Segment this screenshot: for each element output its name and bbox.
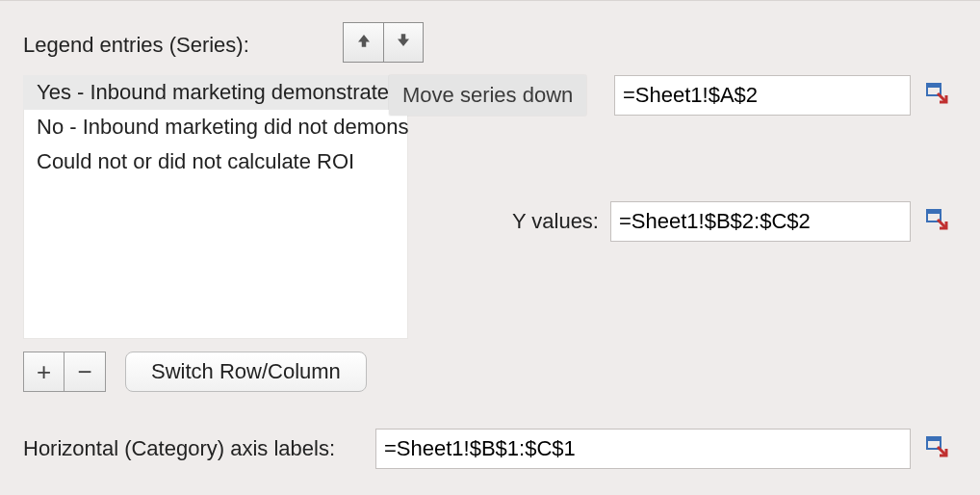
arrow-down-icon (395, 30, 412, 55)
series-name-field-row (614, 75, 951, 116)
add-series-button[interactable]: + (24, 352, 64, 391)
y-values-label: Y values: (431, 209, 599, 234)
switch-row-column-label: Switch Row/Column (151, 359, 341, 384)
legend-header-row: Legend entries (Series): (23, 22, 957, 68)
switch-row-column-button[interactable]: Switch Row/Column (125, 352, 367, 392)
svg-rect-3 (927, 210, 941, 214)
series-reorder-buttons (343, 22, 424, 63)
category-axis-row: Horizontal (Category) axis labels: (23, 429, 951, 469)
svg-rect-5 (927, 437, 941, 441)
category-axis-input[interactable] (375, 429, 911, 469)
category-axis-range-picker-button[interactable] (922, 434, 951, 463)
range-picker-icon (925, 207, 948, 236)
chart-data-panel: Legend entries (Series): Move series dow… (0, 0, 980, 495)
arrow-up-icon (355, 30, 373, 55)
move-series-up-button[interactable] (343, 22, 383, 63)
plus-icon: + (37, 357, 51, 387)
legend-entries-label: Legend entries (Series): (23, 33, 249, 58)
tooltip-text: Move series down (402, 83, 573, 108)
remove-series-button[interactable]: − (64, 352, 105, 391)
move-series-down-tooltip: Move series down (389, 75, 586, 116)
series-item[interactable]: Yes - Inbound marketing demonstrated ROI (23, 75, 408, 110)
y-values-input[interactable] (610, 201, 911, 242)
series-name-range-picker-button[interactable] (922, 81, 951, 110)
add-remove-series-buttons: + − (23, 352, 106, 392)
series-name-input[interactable] (614, 75, 911, 116)
move-series-down-button[interactable] (383, 22, 424, 63)
series-item[interactable]: No - Inbound marketing did not demonstra… (23, 110, 408, 144)
category-axis-label: Horizontal (Category) axis labels: (23, 436, 364, 461)
minus-icon: − (77, 357, 91, 387)
series-actions-row: + − Switch Row/Column (23, 352, 367, 392)
range-picker-icon (925, 81, 948, 110)
y-values-range-picker-button[interactable] (922, 207, 951, 236)
series-listbox[interactable]: Yes - Inbound marketing demonstrated ROI… (23, 75, 408, 339)
series-item[interactable]: Could not or did not calculate ROI (23, 144, 408, 179)
svg-rect-1 (927, 84, 941, 88)
y-values-field-row: Y values: (431, 201, 951, 242)
range-picker-icon (925, 434, 948, 463)
